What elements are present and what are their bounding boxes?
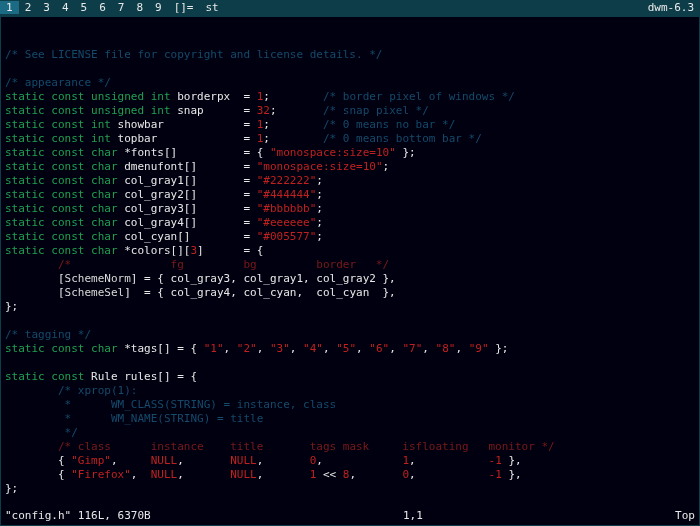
tag-4[interactable]: 4 xyxy=(56,1,75,14)
code-line: static const unsigned int snap = 32; /* … xyxy=(5,104,695,118)
vim-status-pos: 1,1 xyxy=(403,509,423,523)
code-line: /* appearance */ xyxy=(5,76,695,90)
code-line: /* class instance title tags mask isfloa… xyxy=(5,440,695,454)
code-line xyxy=(5,496,695,510)
code-line xyxy=(5,356,695,370)
code-line: static const char *fonts[] = { "monospac… xyxy=(5,146,695,160)
code-line: * WM_NAME(STRING) = title xyxy=(5,412,695,426)
tag-5[interactable]: 5 xyxy=(75,1,94,14)
code-line: static const char col_gray3[] = "#bbbbbb… xyxy=(5,202,695,216)
code-line: /* See LICENSE file for copyright and li… xyxy=(5,48,695,62)
tag-9[interactable]: 9 xyxy=(149,1,168,14)
code-line: static const int topbar = 1; /* 0 means … xyxy=(5,132,695,146)
window-title: st xyxy=(200,0,642,16)
layout-symbol[interactable]: []= xyxy=(168,0,200,16)
code-line: static const char *colors[][3] = { xyxy=(5,244,695,258)
code-line xyxy=(5,62,695,76)
tag-2[interactable]: 2 xyxy=(19,1,38,14)
code-line: [SchemeNorm] = { col_gray3, col_gray1, c… xyxy=(5,272,695,286)
code-buffer: /* See LICENSE file for copyright and li… xyxy=(5,48,695,526)
code-line: static const char *tags[] = { "1", "2", … xyxy=(5,342,695,356)
tag-1[interactable]: 1 xyxy=(0,1,19,14)
tag-6[interactable]: 6 xyxy=(93,1,112,14)
tag-8[interactable]: 8 xyxy=(130,1,149,14)
code-line: { "Firefox", NULL, NULL, 1 << 8, 0, -1 }… xyxy=(5,468,695,482)
tag-3[interactable]: 3 xyxy=(37,1,56,14)
code-line: static const int showbar = 1; /* 0 means… xyxy=(5,118,695,132)
code-line: { "Gimp", NULL, NULL, 0, 1, -1 }, xyxy=(5,454,695,468)
code-line: static const Rule rules[] = { xyxy=(5,370,695,384)
code-line: [SchemeSel] = { col_gray4, col_cyan, col… xyxy=(5,286,695,300)
code-line: static const char col_gray2[] = "#444444… xyxy=(5,188,695,202)
code-line: /* tagging */ xyxy=(5,328,695,342)
status-text: dwm-6.3 xyxy=(642,0,700,16)
code-line: }; xyxy=(5,482,695,496)
code-line: * WM_CLASS(STRING) = instance, class xyxy=(5,398,695,412)
code-line: */ xyxy=(5,426,695,440)
code-line: static const unsigned int borderpx = 1; … xyxy=(5,90,695,104)
code-line: static const char col_cyan[] = "#005577"… xyxy=(5,230,695,244)
vim-status-pct: Top xyxy=(675,509,695,523)
tag-7[interactable]: 7 xyxy=(112,1,131,14)
code-line: /* xprop(1): xyxy=(5,384,695,398)
code-line: static const char col_gray1[] = "#222222… xyxy=(5,174,695,188)
code-line: static const char dmenufont[] = "monospa… xyxy=(5,160,695,174)
terminal[interactable]: /* See LICENSE file for copyright and li… xyxy=(0,16,700,526)
code-line: static const char col_gray4[] = "#eeeeee… xyxy=(5,216,695,230)
code-line: }; xyxy=(5,300,695,314)
vim-status-file: "config.h" 116L, 6370B xyxy=(5,509,151,523)
code-line xyxy=(5,314,695,328)
dwm-bar: 123456789 []= st dwm-6.3 xyxy=(0,0,700,16)
vim-status-line: "config.h" 116L, 6370B 1,1 Top xyxy=(5,509,695,523)
code-line: /* fg bg border */ xyxy=(5,258,695,272)
